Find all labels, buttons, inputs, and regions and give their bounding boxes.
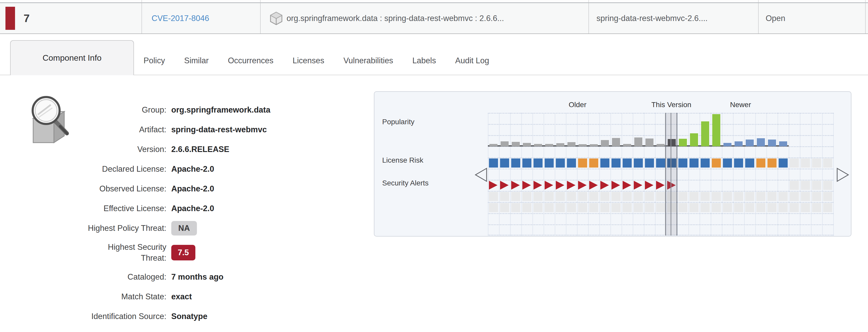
license-risk-cell[interactable] [545, 159, 554, 168]
license-risk-cell[interactable] [645, 159, 654, 168]
popularity-bar[interactable] [590, 144, 598, 146]
popularity-bar[interactable] [779, 141, 787, 146]
grid-hline [488, 124, 833, 125]
license-risk-cell[interactable] [589, 159, 598, 168]
tab-vulnerabilities[interactable]: Vulnerabilities [334, 56, 403, 65]
popularity-bar[interactable] [735, 141, 743, 146]
popularity-bar[interactable] [690, 133, 698, 146]
future-row-cell [779, 203, 788, 212]
component-table-row[interactable]: 7 CVE-2017-8046 org.springframework.data… [0, 3, 868, 34]
component-cell[interactable]: org.springframework.data : spring-data-r… [261, 3, 589, 33]
license-risk-cell[interactable] [734, 159, 743, 168]
future-row-cell [500, 203, 509, 212]
security-alert-marker[interactable] [589, 181, 598, 190]
license-risk-cell[interactable] [723, 159, 732, 168]
security-alert-marker[interactable] [600, 181, 609, 190]
popularity-bar[interactable] [579, 144, 587, 146]
license-risk-cell[interactable] [656, 159, 665, 168]
popularity-bar[interactable] [556, 143, 564, 146]
license-risk-cell[interactable] [489, 159, 498, 168]
tab-policy[interactable]: Policy [134, 56, 175, 65]
popularity-bar[interactable] [501, 141, 508, 146]
popularity-bar[interactable] [634, 137, 642, 146]
popularity-bar[interactable] [512, 142, 520, 146]
status-cell[interactable]: Open [759, 3, 866, 33]
newer-versions-arrow[interactable] [836, 167, 849, 182]
popularity-bar[interactable] [679, 139, 687, 146]
grid-hline [488, 235, 833, 236]
license-risk-cell[interactable] [745, 159, 754, 168]
license-risk-cell[interactable] [578, 159, 587, 168]
license-risk-cell[interactable] [712, 159, 721, 168]
license-risk-cell[interactable] [689, 159, 699, 168]
license-risk-cell[interactable] [533, 159, 542, 168]
detail-value: Sonatype [171, 312, 208, 321]
security-alert-marker[interactable] [567, 181, 576, 190]
popularity-bar[interactable] [712, 114, 720, 146]
popularity-bar[interactable] [757, 138, 765, 146]
security-alert-marker[interactable] [645, 181, 653, 190]
popularity-bar[interactable] [645, 139, 653, 146]
future-row-cell [801, 192, 810, 201]
popularity-bar[interactable] [490, 144, 497, 146]
security-alert-marker[interactable] [511, 181, 520, 190]
security-alert-marker[interactable] [489, 181, 497, 190]
security-alert-marker[interactable] [612, 181, 620, 190]
license-risk-cell[interactable] [511, 159, 520, 168]
license-risk-cell[interactable] [522, 159, 531, 168]
threat-level-cell[interactable]: 7 [0, 3, 142, 33]
popularity-bar[interactable] [723, 143, 732, 146]
license-risk-cell[interactable] [612, 159, 621, 168]
security-alert-marker[interactable] [634, 181, 642, 190]
cve-cell[interactable]: CVE-2017-8046 [142, 3, 261, 33]
license-risk-cell[interactable] [756, 159, 765, 168]
older-versions-arrow[interactable] [474, 167, 488, 182]
tab-occurrences[interactable]: Occurrences [218, 56, 283, 65]
future-row-cell [790, 203, 799, 212]
future-row-cell [723, 192, 732, 201]
license-risk-cell[interactable] [768, 159, 777, 168]
security-alert-marker[interactable] [556, 181, 564, 190]
popularity-bar[interactable] [534, 144, 542, 146]
popularity-bar[interactable] [657, 144, 664, 146]
popularity-bar[interactable] [545, 144, 553, 146]
previous-row-edge [0, 0, 868, 3]
grid-vline [599, 113, 600, 236]
grid-vline [544, 113, 544, 236]
tab-similar[interactable]: Similar [175, 56, 218, 65]
future-row-cell [801, 203, 810, 212]
security-alert-marker[interactable] [522, 181, 531, 190]
license-risk-cell[interactable] [500, 159, 509, 168]
security-alert-marker[interactable] [533, 181, 542, 190]
popularity-bar[interactable] [701, 121, 709, 146]
security-alert-marker[interactable] [500, 181, 508, 190]
filename-cell[interactable]: spring-data-rest-webmvc-2.6.... [589, 3, 759, 33]
tab-audit-log[interactable]: Audit Log [446, 56, 499, 65]
tab-licenses[interactable]: Licenses [283, 56, 334, 65]
cve-link[interactable]: CVE-2017-8046 [152, 14, 209, 23]
license-risk-cell[interactable] [634, 159, 643, 168]
tab-labels[interactable]: Labels [403, 56, 445, 65]
license-risk-cell[interactable] [701, 159, 710, 168]
popularity-bar[interactable] [523, 143, 531, 146]
license-risk-cell[interactable] [678, 159, 687, 168]
security-alert-marker[interactable] [578, 181, 587, 190]
popularity-bar[interactable] [768, 140, 776, 146]
popularity-bar[interactable] [601, 140, 609, 146]
popularity-bar[interactable] [746, 140, 754, 146]
license-risk-cell[interactable] [567, 159, 576, 168]
tab-component-info[interactable]: Component Info [10, 40, 134, 75]
security-alert-marker[interactable] [656, 181, 664, 190]
security-alert-marker[interactable] [623, 181, 631, 190]
popularity-bar[interactable] [623, 144, 631, 146]
popularity-bar[interactable] [567, 142, 576, 146]
license-risk-cell[interactable] [623, 159, 632, 168]
popularity-bar[interactable] [612, 138, 620, 146]
license-risk-cell[interactable] [556, 159, 565, 168]
detail-row-cataloged: Cataloged: 7 months ago [0, 267, 376, 287]
package-icon [270, 12, 282, 25]
license-risk-cell[interactable] [779, 159, 788, 168]
version-graph-grid[interactable] [488, 113, 833, 236]
license-risk-cell[interactable] [600, 159, 610, 168]
security-alert-marker[interactable] [545, 181, 553, 190]
